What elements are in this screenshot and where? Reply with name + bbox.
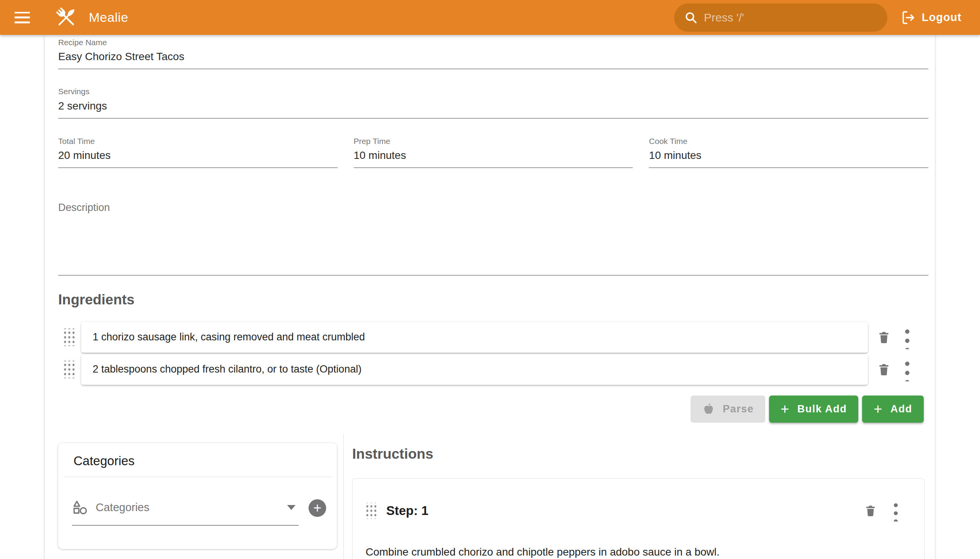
cook-time-input[interactable]	[649, 146, 928, 168]
logout-label: Logout	[922, 11, 962, 24]
logout-icon	[901, 10, 916, 25]
app-bar: Mealie Logout	[0, 0, 980, 35]
step-header: Step: 1	[365, 500, 898, 521]
plus-icon: +	[780, 402, 790, 416]
categories-heading: Categories	[58, 443, 337, 477]
bulk-add-button[interactable]: + Bulk Add	[769, 395, 858, 423]
ingredient-row	[58, 322, 928, 352]
add-button[interactable]: + Add	[862, 395, 924, 423]
instructions-column: Instructions Step: 1	[344, 433, 928, 559]
ingredients-list	[58, 322, 928, 385]
servings-label: Servings	[58, 86, 928, 96]
add-button-label: Add	[891, 403, 912, 415]
trash-icon	[864, 504, 877, 517]
ingredient-card	[81, 322, 868, 352]
search-input[interactable]	[704, 11, 878, 24]
instructions-heading: Instructions	[352, 447, 928, 461]
recipe-name-label: Recipe Name	[58, 38, 928, 48]
drag-handle-icon[interactable]	[63, 329, 75, 346]
time-fields-row: Total Time Prep Time Cook Time	[58, 136, 928, 168]
parse-button[interactable]: Parse	[691, 395, 765, 423]
app-title: Mealie	[89, 10, 128, 25]
total-time-label: Total Time	[58, 136, 338, 146]
servings-input[interactable]	[58, 97, 928, 119]
cook-time-field-group: Cook Time	[649, 136, 928, 168]
ingredient-input[interactable]	[93, 331, 868, 343]
trash-icon	[877, 362, 891, 376]
categories-column: Categories Categories +	[58, 433, 344, 559]
delete-ingredient-button[interactable]	[876, 329, 892, 346]
cook-time-label: Cook Time	[649, 136, 928, 146]
categories-select-row: Categories +	[58, 477, 337, 526]
recipe-name-field-group: Recipe Name	[58, 38, 928, 69]
create-category-button[interactable]: +	[309, 499, 326, 517]
shapes-icon	[72, 499, 88, 516]
bulk-add-button-label: Bulk Add	[797, 403, 847, 415]
recipe-name-input[interactable]	[58, 48, 928, 69]
ingredient-input[interactable]	[93, 363, 868, 375]
bottom-section: Categories Categories +	[58, 433, 928, 559]
parse-button-label: Parse	[723, 403, 754, 415]
mealie-logo-icon	[54, 5, 79, 30]
step-menu-button[interactable]	[879, 500, 898, 521]
trash-icon	[877, 331, 891, 344]
apple-icon	[702, 402, 715, 415]
step-text[interactable]: Combine crumbled chorizo and chipotle pe…	[365, 544, 898, 559]
kebab-menu-icon	[905, 357, 910, 381]
ingredient-actions-row: Parse + Bulk Add + Add	[58, 395, 928, 423]
description-field-group: Description	[58, 202, 928, 276]
prep-time-label: Prep Time	[354, 136, 633, 146]
search-icon	[684, 11, 698, 25]
plus-icon: +	[874, 402, 883, 416]
recipe-editor-card: Recipe Name Servings Total Time Prep Tim…	[45, 35, 935, 559]
categories-card: Categories Categories +	[58, 443, 337, 549]
prep-time-field-group: Prep Time	[354, 136, 633, 168]
step-title: Step: 1	[386, 503, 428, 518]
ingredients-heading: Ingredients	[58, 293, 928, 307]
description-label: Description	[58, 202, 928, 213]
delete-step-button[interactable]	[862, 502, 879, 519]
chevron-down-icon	[287, 505, 296, 510]
ingredient-menu-button[interactable]	[892, 326, 910, 349]
ingredient-menu-button[interactable]	[892, 357, 910, 381]
description-textarea[interactable]	[58, 213, 928, 276]
ingredient-row	[58, 354, 928, 385]
search-bar[interactable]	[674, 3, 887, 32]
servings-field-group: Servings	[58, 86, 928, 118]
menu-icon[interactable]	[15, 12, 30, 23]
logout-button[interactable]: Logout	[901, 10, 962, 25]
categories-select-label: Categories	[96, 501, 287, 514]
drag-handle-icon[interactable]	[63, 361, 75, 378]
drag-handle-icon[interactable]	[365, 503, 377, 519]
total-time-input[interactable]	[58, 146, 338, 168]
kebab-menu-icon	[894, 500, 898, 521]
kebab-menu-icon	[905, 326, 910, 349]
total-time-field-group: Total Time	[58, 136, 338, 168]
ingredient-card	[81, 354, 868, 385]
delete-ingredient-button[interactable]	[876, 361, 892, 378]
instruction-step-card: Step: 1 Combine crumbled chorizo and chi…	[352, 478, 924, 559]
categories-select[interactable]: Categories	[72, 499, 299, 526]
prep-time-input[interactable]	[354, 146, 633, 168]
